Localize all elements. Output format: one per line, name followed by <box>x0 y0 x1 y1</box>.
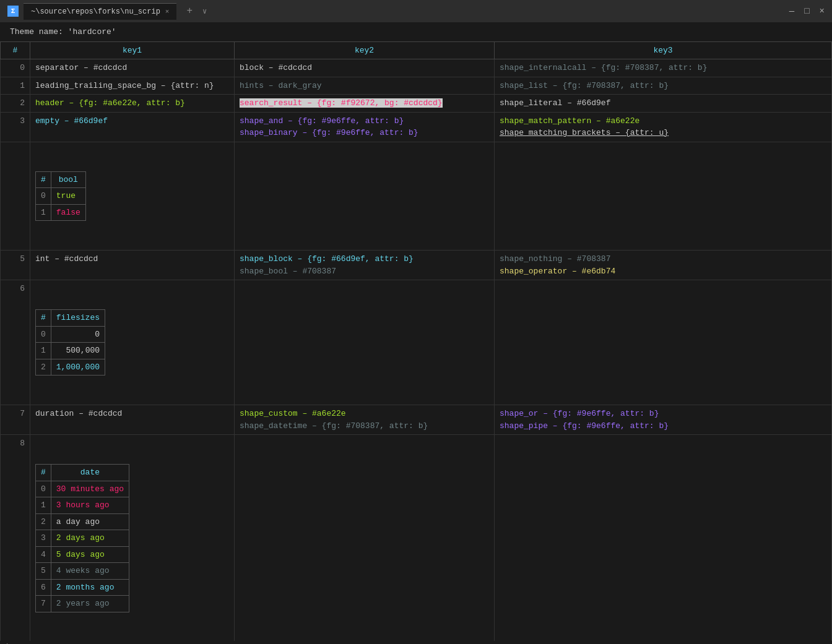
cell-1-key1: leading_trailing_space_bg – {attr: n} <box>30 77 235 95</box>
row-num-3: 3 <box>1 112 30 142</box>
table-row-date: 8 # date 0 <box>1 435 832 642</box>
inner-col-hash: # <box>36 171 51 188</box>
inner-row: 0 30 minutes ago <box>36 481 129 497</box>
table-row: 2 header – {fg: #a6e22e, attr: b} search… <box>1 95 832 113</box>
cell-7-key3: shape_or – {fg: #9e6ffe, attr: b}shape_p… <box>495 405 832 435</box>
inner-cell: false <box>51 204 85 221</box>
inner-cell: 0 <box>36 481 51 497</box>
inner-row: 0 0 <box>36 326 105 343</box>
new-tab-icon[interactable]: + <box>181 6 197 17</box>
col-header-hash: # <box>1 42 30 59</box>
inner-col-date: date <box>51 465 129 481</box>
inner-cell: true <box>51 188 85 205</box>
table-row: 1 leading_trailing_space_bg – {attr: n} … <box>1 77 832 95</box>
inner-cell: 0 <box>36 188 51 205</box>
col-header-key1: key1 <box>30 42 235 59</box>
main-table: # key1 key2 key3 0 separator – #cdcdcd b… <box>0 41 832 641</box>
inner-col-bool: bool <box>51 171 85 188</box>
inner-cell: 6 <box>36 579 51 596</box>
inner-row: 5 4 weeks ago <box>36 563 129 580</box>
close-window-icon[interactable]: × <box>820 6 825 16</box>
inner-row: 6 2 months ago <box>36 579 129 596</box>
inner-cell: 0 <box>36 326 51 343</box>
tab-dropdown-icon[interactable]: ∨ <box>202 7 207 16</box>
cell-5-key3: shape_nothing – #708387shape_operator – … <box>495 251 832 280</box>
table-row-filesizes: 6 # filesizes 0 <box>1 280 832 405</box>
cell-3b-key2 <box>235 142 495 251</box>
table-row: 0 separator – #cdcdcd block – #cdcdcd sh… <box>1 59 832 77</box>
cell-6-key3 <box>495 280 832 405</box>
table-row-bool: # bool 0 true 1 <box>1 142 832 251</box>
inner-cell: 1,000,000 <box>51 359 105 376</box>
row-num-5: 5 <box>1 251 30 280</box>
status-bar: | <box>0 641 832 644</box>
cell-2-key1: header – {fg: #a6e22e, attr: b} <box>30 95 235 113</box>
cell-8-key3 <box>495 435 832 642</box>
cell-0-key1: separator – #cdcdcd <box>30 59 235 77</box>
table-row: 5 int – #cdcdcd shape_block – {fg: #66d9… <box>1 251 832 280</box>
table-row: 3 empty – #66d9ef shape_and – {fg: #9e6f… <box>1 112 832 142</box>
cell-5-key2: shape_block – {fg: #66d9ef, attr: b}shap… <box>235 251 495 280</box>
app-icon: Σ <box>7 6 19 17</box>
cell-0-key2: block – #cdcdcd <box>235 59 495 77</box>
cell-3-key1: empty – #66d9ef <box>30 112 235 142</box>
inner-cell: 2 years ago <box>51 596 129 612</box>
row-num-1: 1 <box>1 77 30 95</box>
filesizes-table: # filesizes 0 0 1 <box>35 309 105 376</box>
inner-row: 1 500,000 <box>36 343 105 359</box>
inner-cell: 500,000 <box>51 343 105 359</box>
row-num-0: 0 <box>1 59 30 77</box>
inner-row: 2 1,000,000 <box>36 359 105 376</box>
maximize-icon[interactable]: □ <box>804 6 809 16</box>
cell-2-key2: search_result – {fg: #f92672, bg: #cdcdc… <box>235 95 495 113</box>
date-table: # date 0 30 minutes ago 1 <box>35 464 129 612</box>
minimize-icon[interactable]: — <box>789 6 794 16</box>
inner-cell: 4 <box>36 546 51 563</box>
inner-cell: 2 <box>36 359 51 376</box>
cell-1-key3: shape_list – {fg: #708387, attr: b} <box>495 77 832 95</box>
theme-line: Theme name: 'hardcore' <box>0 22 832 41</box>
inner-cell: 2 months ago <box>51 579 129 596</box>
cell-8-key2 <box>235 435 495 642</box>
window-controls: — □ × <box>789 6 825 16</box>
inner-row: 7 2 years ago <box>36 596 129 612</box>
col-header-key3: key3 <box>495 42 832 59</box>
cell-3b-key3 <box>495 142 832 251</box>
inner-cell: 5 <box>36 563 51 580</box>
table-wrapper[interactable]: # key1 key2 key3 0 separator – #cdcdcd b… <box>0 41 832 641</box>
inner-row: 3 2 days ago <box>36 530 129 547</box>
titlebar: Σ ~\source\repos\forks\nu_scrip × + ∨ — … <box>0 0 832 22</box>
col-header-key2: key2 <box>235 42 495 59</box>
inner-row: 1 3 hours ago <box>36 497 129 514</box>
inner-row: 2 a day ago <box>36 513 129 530</box>
cell-6-key2 <box>235 280 495 405</box>
cell-3-key3: shape_match_pattern – #a6e22eshape_match… <box>495 112 832 142</box>
main-content: # key1 key2 key3 0 separator – #cdcdcd b… <box>0 41 832 641</box>
tab[interactable]: ~\source\repos\forks\nu_scrip × <box>24 3 176 20</box>
inner-row: 1 false <box>36 204 86 221</box>
inner-cell: a day ago <box>51 513 129 530</box>
inner-row: 4 5 days ago <box>36 546 129 563</box>
inner-row: 0 true <box>36 188 86 205</box>
cell-6-key1: # filesizes 0 0 1 <box>30 280 235 405</box>
row-num-2: 2 <box>1 95 30 113</box>
inner-cell: 5 days ago <box>51 546 129 563</box>
cell-8-key1: # date 0 30 minutes ago 1 <box>30 435 235 642</box>
cell-3-key2: shape_and – {fg: #9e6ffe, attr: b}shape_… <box>235 112 495 142</box>
bool-table: # bool 0 true 1 <box>35 171 86 221</box>
cell-0-key3: shape_internalcall – {fg: #708387, attr:… <box>495 59 832 77</box>
tab-close-icon[interactable]: × <box>165 8 170 15</box>
row-num-6: 6 <box>1 280 30 405</box>
inner-cell: 30 minutes ago <box>51 481 129 497</box>
tab-label: ~\source\repos\forks\nu_scrip <box>31 7 160 16</box>
inner-cell: 0 <box>51 326 105 343</box>
row-num-7: 7 <box>1 405 30 435</box>
cell-7-key1: duration – #cdcdcd <box>30 405 235 435</box>
row-num-8: 8 <box>1 435 30 642</box>
inner-cell: 1 <box>36 343 51 359</box>
inner-cell: 1 <box>36 204 51 221</box>
cell-1-key2: hints – dark_gray <box>235 77 495 95</box>
inner-col-hash: # <box>36 465 51 481</box>
cell-7-key2: shape_custom – #a6e22eshape_datetime – {… <box>235 405 495 435</box>
row-num-3b <box>1 142 30 251</box>
